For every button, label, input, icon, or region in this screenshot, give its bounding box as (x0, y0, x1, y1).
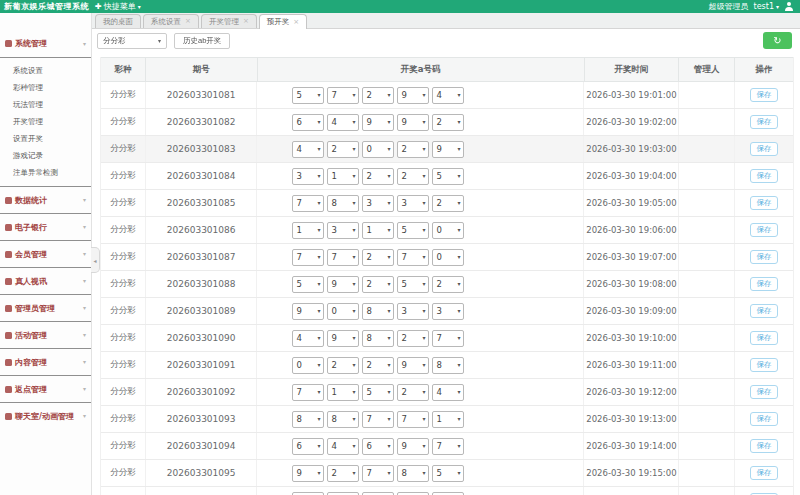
user-icon[interactable] (784, 2, 793, 11)
draw-number-select[interactable]: ▾ (397, 492, 429, 495)
draw-number-select[interactable]: 2▾ (432, 195, 464, 212)
save-button[interactable]: 保存 (750, 115, 778, 129)
draw-number-select[interactable]: 2▾ (362, 276, 394, 293)
close-icon[interactable]: × (185, 18, 191, 25)
save-button[interactable]: 保存 (750, 88, 778, 102)
draw-number-select[interactable]: 2▾ (362, 249, 394, 266)
sidebar-subitem-6[interactable]: 游戏记录 (0, 147, 91, 164)
save-button[interactable]: 保存 (750, 439, 778, 453)
refresh-button[interactable]: ↻ (763, 32, 792, 49)
draw-number-select[interactable]: 8▾ (362, 330, 394, 347)
tab-3[interactable]: 开奖管理 × (201, 14, 257, 28)
draw-number-select[interactable]: 9▾ (292, 303, 324, 320)
draw-number-select[interactable]: 1▾ (432, 411, 464, 428)
sidebar-item-6[interactable]: 管理员管理▾ (0, 294, 91, 321)
draw-number-select[interactable]: 7▾ (292, 249, 324, 266)
draw-number-select[interactable]: 6▾ (292, 114, 324, 131)
draw-number-select[interactable]: 4▾ (432, 384, 464, 401)
draw-number-select[interactable]: 3▾ (397, 303, 429, 320)
draw-number-select[interactable]: 9▾ (327, 276, 359, 293)
draw-number-select[interactable]: 9▾ (292, 465, 324, 482)
draw-number-select[interactable]: 5▾ (362, 384, 394, 401)
draw-number-select[interactable]: 9▾ (397, 87, 429, 104)
tab-2[interactable]: 系统设置 × (143, 14, 199, 28)
draw-number-select[interactable]: 7▾ (432, 438, 464, 455)
draw-number-select[interactable]: 4▾ (432, 87, 464, 104)
sidebar-subitem-7[interactable]: 注单异常检测 (0, 164, 91, 181)
draw-number-select[interactable]: 6▾ (292, 438, 324, 455)
draw-number-select[interactable]: 4▾ (327, 114, 359, 131)
save-button[interactable]: 保存 (750, 304, 778, 318)
save-button[interactable]: 保存 (750, 142, 778, 156)
save-button[interactable]: 保存 (750, 466, 778, 480)
draw-number-select[interactable]: 8▾ (432, 357, 464, 374)
draw-number-select[interactable]: 4▾ (292, 330, 324, 347)
draw-number-select[interactable]: 5▾ (397, 222, 429, 239)
draw-number-select[interactable]: 2▾ (362, 168, 394, 185)
draw-number-select[interactable]: 4▾ (292, 141, 324, 158)
sidebar-item-7[interactable]: 活动管理▾ (0, 321, 91, 348)
draw-number-select[interactable]: 0▾ (432, 249, 464, 266)
draw-number-select[interactable]: 0▾ (432, 222, 464, 239)
sidebar-item-8[interactable]: 内容管理▾ (0, 348, 91, 375)
draw-number-select[interactable]: 5▾ (432, 168, 464, 185)
quick-menu-button[interactable]: ✚ 快捷菜单 ▾ (95, 1, 141, 12)
close-icon[interactable]: × (243, 18, 249, 25)
draw-number-select[interactable]: 3▾ (432, 303, 464, 320)
draw-number-select[interactable]: 2▾ (327, 357, 359, 374)
draw-number-select[interactable]: ▾ (292, 492, 324, 495)
sidebar-item-9[interactable]: 返点管理▾ (0, 375, 91, 402)
draw-number-select[interactable]: 2▾ (362, 87, 394, 104)
sidebar-subitem-5[interactable]: 设置开奖 (0, 130, 91, 147)
draw-number-select[interactable]: 9▾ (397, 357, 429, 374)
tab-4[interactable]: 预开奖 × (259, 14, 307, 29)
draw-number-select[interactable]: 2▾ (327, 141, 359, 158)
draw-number-select[interactable]: 7▾ (397, 249, 429, 266)
save-button[interactable]: 保存 (750, 196, 778, 210)
sidebar-item-10[interactable]: 聊天室/动画管理▾ (0, 402, 91, 429)
draw-number-select[interactable]: 8▾ (327, 195, 359, 212)
save-button[interactable]: 保存 (750, 385, 778, 399)
draw-number-select[interactable]: 7▾ (327, 249, 359, 266)
sidebar-item-4[interactable]: 会员管理▾ (0, 240, 91, 267)
save-button[interactable]: 保存 (750, 412, 778, 426)
draw-number-select[interactable]: 7▾ (327, 87, 359, 104)
draw-number-select[interactable]: 9▾ (397, 114, 429, 131)
draw-number-select[interactable]: 7▾ (397, 411, 429, 428)
draw-number-select[interactable]: 0▾ (327, 303, 359, 320)
sidebar-subitem-3[interactable]: 玩法管理 (0, 96, 91, 113)
draw-number-select[interactable]: 9▾ (327, 330, 359, 347)
draw-number-select[interactable]: 5▾ (292, 87, 324, 104)
draw-number-select[interactable]: ▾ (362, 492, 394, 495)
draw-number-select[interactable]: 7▾ (362, 465, 394, 482)
draw-number-select[interactable]: 9▾ (362, 114, 394, 131)
save-button[interactable]: 保存 (750, 331, 778, 345)
user-menu[interactable]: test1 ▾ (754, 2, 779, 11)
draw-number-select[interactable]: ▾ (327, 492, 359, 495)
sidebar-item-2[interactable]: 数据统计▾ (0, 186, 91, 213)
draw-number-select[interactable]: 2▾ (397, 141, 429, 158)
draw-number-select[interactable]: 8▾ (292, 411, 324, 428)
draw-number-select[interactable]: 3▾ (397, 195, 429, 212)
lottery-type-select[interactable]: 分分彩 ▾ (97, 33, 167, 49)
draw-number-select[interactable]: 5▾ (397, 276, 429, 293)
draw-number-select[interactable]: 8▾ (362, 303, 394, 320)
draw-number-select[interactable]: 2▾ (432, 276, 464, 293)
sidebar-subitem-1[interactable]: 系统设置 (0, 62, 91, 79)
draw-number-select[interactable]: 1▾ (327, 384, 359, 401)
draw-number-select[interactable]: 2▾ (362, 357, 394, 374)
draw-number-select[interactable]: 7▾ (292, 195, 324, 212)
draw-number-select[interactable]: 0▾ (292, 357, 324, 374)
sidebar-subitem-4[interactable]: 开奖管理 (0, 113, 91, 130)
draw-number-select[interactable]: 7▾ (432, 330, 464, 347)
save-button[interactable]: 保存 (750, 277, 778, 291)
sidebar-item-3[interactable]: 电子银行▾ (0, 213, 91, 240)
draw-number-select[interactable]: 1▾ (292, 222, 324, 239)
save-button[interactable]: 保存 (750, 223, 778, 237)
draw-number-select[interactable]: 2▾ (397, 168, 429, 185)
draw-number-select[interactable]: 2▾ (432, 114, 464, 131)
save-button[interactable]: 保存 (750, 250, 778, 264)
draw-number-select[interactable]: 7▾ (362, 411, 394, 428)
close-icon[interactable]: × (293, 19, 299, 26)
draw-number-select[interactable]: 9▾ (432, 141, 464, 158)
